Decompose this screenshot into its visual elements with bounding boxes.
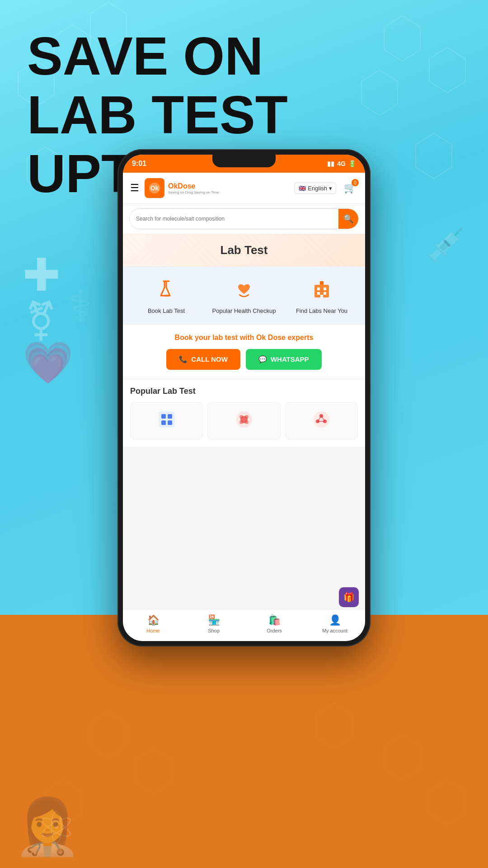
gift-icon: 🎁 [343,592,355,603]
lab-test-banner: Lab Test [123,234,365,267]
nurse-illustration: 👩‍⚕️ [14,795,81,859]
battery-icon: 🔋 [348,160,356,167]
status-time: 9:01 [132,160,146,168]
popular-card-lipid[interactable] [207,402,280,439]
orders-icon: 🛍️ [268,614,281,626]
svg-rect-26 [168,414,172,419]
language-label: English [308,185,327,192]
svg-rect-22 [320,281,324,285]
whatsapp-button[interactable]: 💬 WHATSAPP [246,349,322,370]
nav-orders[interactable]: 🛍️ Orders [244,614,305,633]
logo-tagline: Saving on Drug Saving on Time [168,190,219,194]
popular-section-title: Popular Lab Test [130,387,358,396]
experts-buttons: 📞 CALL NOW 💬 WHATSAPP [132,349,356,370]
search-button[interactable]: 🔍 [338,209,358,229]
search-input[interactable] [130,211,338,226]
svg-rect-18 [317,288,320,290]
find-labs-icon [308,276,335,303]
nav-home[interactable]: 🏠 Home [123,614,183,633]
find-labs-label: Find Labs Near You [296,307,347,315]
network-type: 4G [337,160,346,167]
svg-point-31 [239,415,243,419]
heart-icon: 💗 [23,339,73,387]
popular-card-thyroid[interactable] [285,402,358,439]
logo-name: OkDose [168,182,219,190]
popular-checkup-icon [230,276,258,303]
experts-brand: Ok Dose [256,334,286,341]
svg-point-33 [239,420,243,424]
language-selector[interactable]: 🇬🇧 English ▾ [295,183,336,194]
cart-badge: 0 [352,179,359,186]
lab-test-title: Lab Test [221,243,268,257]
svg-text:Ok: Ok [150,184,159,192]
phone-icon: 📞 [179,355,188,363]
popular-card-cbc[interactable] [130,402,203,439]
phone-screen: 9:01 ▮▮ 4G 🔋 ☰ Ok [123,155,365,641]
nav-account-label: My account [322,628,347,633]
svg-rect-25 [161,414,166,419]
book-lab-label: Book Lab Test [148,307,185,315]
home-icon: 🏠 [147,614,160,626]
shop-icon: 🏪 [208,614,220,626]
action-popular-checkup[interactable]: Popular Health Checkup [209,276,279,315]
svg-rect-23 [320,295,323,297]
app-logo: Ok OkDose Saving on Drug Saving on Time [145,178,219,198]
screen-content[interactable]: Lab Test Book Lab Test [123,234,365,616]
experts-title: Book your lab test with Ok Dose experts [132,334,356,342]
nav-shop-label: Shop [208,628,220,633]
search-section: 🔍 [123,204,365,234]
cart-button[interactable]: 🛒 0 [342,180,358,196]
phone-notch [212,155,276,167]
signal-icon: ▮▮ [327,160,334,167]
headline-line2: LAB TEST [27,86,355,145]
menu-button[interactable]: ☰ [130,182,139,194]
nav-account[interactable]: 👤 My account [305,614,365,633]
gender-icon: ⚧ [25,298,57,343]
experts-title-prefix: Book your lab test with [175,334,256,341]
svg-rect-19 [324,288,326,290]
action-find-labs[interactable]: Find Labs Near You [287,276,357,315]
whatsapp-label: WHATSAPP [271,355,309,363]
popular-checkup-label: Popular Health Checkup [212,307,276,315]
svg-rect-24 [159,411,175,428]
experts-section: Book your lab test with Ok Dose experts … [123,325,365,379]
popular-lab-section: Popular Lab Test [123,379,365,447]
dna-icon: ⚕ [68,280,92,333]
action-book-lab[interactable]: Book Lab Test [131,276,202,315]
header-actions: 🇬🇧 English ▾ 🛒 0 [295,180,358,196]
logo-text: OkDose Saving on Drug Saving on Time [168,182,219,194]
cbc-icon [155,408,178,431]
quick-actions-section: Book Lab Test Popular Health Checkup [123,267,365,325]
svg-rect-21 [324,292,326,295]
app-header: ☰ Ok OkDose Saving on Drug Saving on Tim… [123,173,365,204]
search-wrapper: 🔍 [129,208,359,229]
call-now-button[interactable]: 📞 CALL NOW [166,349,240,370]
search-icon: 🔍 [343,214,353,224]
gift-float-button[interactable]: 🎁 [339,587,359,607]
chevron-down-icon: ▾ [329,185,332,192]
phone-device: 9:01 ▮▮ 4G 🔋 ☰ Ok [117,149,371,646]
status-indicators: ▮▮ 4G 🔋 [327,160,356,167]
logo-icon: Ok [145,178,164,198]
svg-rect-20 [317,292,320,295]
popular-cards [130,402,358,439]
thyroid-icon [310,408,333,431]
book-lab-icon [153,276,180,303]
nav-home-label: Home [146,628,160,633]
cross-icon: ✚ [23,249,61,302]
syringe-icon: 💉 [426,226,465,263]
svg-rect-27 [161,420,166,425]
experts-title-suffix: experts [286,334,313,341]
nav-shop[interactable]: 🏪 Shop [183,614,244,633]
svg-point-32 [245,415,249,419]
svg-point-35 [313,411,329,428]
call-label: CALL NOW [191,355,228,363]
lipid-icon [233,408,255,431]
svg-rect-28 [168,420,172,425]
nav-orders-label: Orders [267,628,282,633]
headline-line1: SAVE ON [27,27,355,86]
svg-point-34 [245,420,249,424]
bottom-navigation: 🏠 Home 🏪 Shop 🛍️ Orders 👤 My account [123,609,365,641]
whatsapp-icon: 💬 [258,355,267,363]
svg-point-16 [163,294,170,297]
